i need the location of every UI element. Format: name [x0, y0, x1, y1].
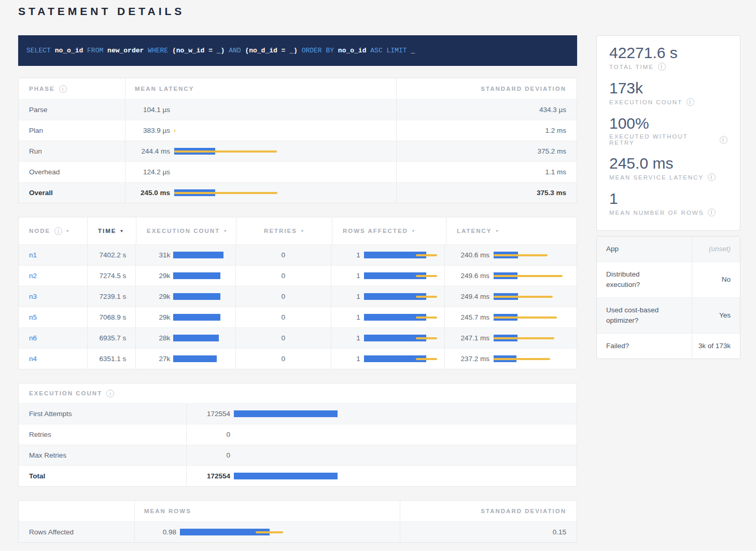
execution-count-row: Max Retries 0 — [19, 445, 577, 465]
exec-count-bar — [173, 272, 230, 279]
summary-stat: 1 MEAN NUMBER OF ROWS i — [609, 190, 727, 216]
node-link[interactable]: n2 — [29, 272, 37, 280]
sql-keyword: LIMIT — [387, 47, 407, 54]
stddev-value: 0.15 — [553, 528, 566, 536]
phase-latency-table: PHASE i MEAN LATENCY STANDARD DEVIATION … — [18, 78, 577, 203]
exec-count-bar — [173, 335, 230, 341]
attribute-value: Yes — [692, 298, 740, 333]
node-exec-count-value: 27k — [146, 355, 170, 363]
sort-caret-icon: ▼ — [119, 229, 123, 233]
rows-affected-table: MEAN ROWS STANDARD DEVIATION Rows Affect… — [18, 500, 577, 543]
info-icon[interactable]: i — [708, 173, 716, 181]
node-link[interactable]: n1 — [29, 251, 37, 259]
stddev-line — [494, 337, 554, 339]
mean-bar — [173, 252, 223, 258]
node-rows-affected-value: 1 — [342, 251, 360, 259]
node-row: n2 7274.5 s 29k 0 1 249.6 ms — [19, 265, 577, 286]
sort-caret-icon: ▼ — [411, 229, 415, 233]
stat-value: 42271.6 s — [609, 44, 727, 62]
stddev-line — [494, 254, 548, 256]
latency-bar — [174, 148, 281, 155]
sql-identifier: no_o_id — [338, 47, 367, 54]
node-statistics-table: NODE i ▼ TIME ▼ EXECUTION COUNT ▼ — [18, 217, 577, 369]
info-icon[interactable]: i — [106, 390, 114, 397]
execution-row-value: 0 — [191, 451, 230, 459]
phase-label: Plan — [29, 127, 43, 134]
info-icon[interactable]: i — [54, 227, 62, 235]
info-icon[interactable]: i — [720, 136, 727, 144]
info-icon[interactable]: i — [658, 63, 666, 71]
node-row: n6 6935.7 s 28k 0 1 247.1 ms — [19, 327, 577, 348]
sql-identifier: no_o_id — [55, 47, 83, 54]
execution-row-label: Retries — [29, 431, 51, 438]
execution-count-table-header: EXECUTION COUNT i — [19, 383, 114, 403]
node-exec-count-value: 29k — [146, 272, 170, 280]
node-rows-affected-value: 1 — [342, 334, 360, 342]
info-icon[interactable]: i — [59, 85, 67, 93]
node-exec-count-value: 29k — [146, 293, 170, 300]
rows-affected-bar — [364, 314, 442, 321]
stat-label: MEAN NUMBER OF ROWS i — [609, 209, 727, 216]
node-link[interactable]: n6 — [29, 334, 37, 342]
mean-bar — [234, 473, 338, 479]
stat-value: 1 — [609, 190, 727, 208]
latency-column-header[interactable]: LATENCY ▼ — [446, 217, 577, 244]
attribute-row: Failed? 3k of 173k — [597, 333, 740, 359]
stat-label: TOTAL TIME i — [609, 63, 727, 71]
sql-keyword: ORDER BY — [302, 47, 334, 54]
stddev-line — [174, 150, 277, 153]
stddev-line — [494, 358, 550, 360]
phase-row: Overall 245.0 ms 375.3 ms — [19, 182, 577, 203]
latency-bar — [494, 293, 577, 300]
sql-identifier: new_order — [107, 47, 144, 54]
node-link[interactable]: n5 — [29, 313, 37, 321]
rows-affected-bar — [364, 355, 442, 362]
rows-affected-bar — [364, 293, 442, 300]
execution-count-row: Total 172554 — [19, 465, 577, 486]
latency-bar — [174, 169, 281, 175]
execution-count-bar — [234, 452, 339, 459]
page-title: STATEMENT DETAILS — [18, 5, 740, 18]
sql-identifier: _ — [411, 47, 415, 54]
execution-row-value: 172554 — [191, 410, 230, 418]
phase-label: Run — [29, 147, 42, 155]
phase-row: Parse 104.1 µs 434.3 µs — [19, 99, 577, 120]
node-link[interactable]: n3 — [29, 293, 37, 300]
node-retries-value: 0 — [281, 313, 285, 321]
node-time-value: 7402.2 s — [99, 251, 126, 259]
info-icon[interactable]: i — [708, 209, 716, 216]
node-column-header[interactable]: NODE i ▼ — [19, 217, 87, 244]
node-link[interactable]: n4 — [29, 355, 37, 363]
node-latency-value: 249.4 ms — [455, 293, 489, 300]
stddev-line — [494, 296, 553, 298]
execution-count-column-header[interactable]: EXECUTION COUNT ▼ — [136, 217, 236, 244]
mean-bar — [173, 335, 219, 341]
attribute-row: Distributed execution? No — [597, 261, 740, 297]
sql-statement-box: SELECT no_o_id FROM new_order WHERE (no_… — [18, 35, 577, 66]
summary-stat: 173k EXECUTION COUNT i — [609, 79, 727, 106]
node-rows-affected-value: 1 — [342, 355, 360, 363]
node-rows-affected-value: 1 — [342, 313, 360, 321]
node-retries-value: 0 — [281, 251, 285, 259]
attribute-label: Failed? — [597, 334, 692, 359]
phase-row: Plan 383.9 µs 1.2 ms — [19, 120, 577, 141]
sql-keyword: ASC — [370, 47, 382, 54]
stddev-line — [416, 316, 437, 319]
stddev-line — [494, 316, 557, 319]
sql-identifier: (no_d_id = _) — [245, 47, 297, 54]
node-retries-value: 0 — [281, 293, 285, 300]
node-latency-value: 240.6 ms — [455, 251, 489, 259]
stat-label: MEAN SERVICE LATENCY i — [609, 173, 727, 181]
execution-count-row: First Attempts 172554 — [19, 403, 577, 424]
node-latency-value: 237.2 ms — [455, 355, 489, 363]
time-column-header[interactable]: TIME ▼ — [87, 217, 136, 244]
rows-affected-column-header[interactable]: ROWS AFFECTED ▼ — [332, 217, 446, 244]
retries-column-header[interactable]: RETRIES ▼ — [236, 217, 332, 244]
execution-count-bar — [234, 431, 339, 438]
node-time-value: 7239.1 s — [99, 293, 126, 300]
latency-bar — [494, 335, 577, 341]
info-icon[interactable]: i — [687, 98, 694, 106]
execution-count-bar — [234, 410, 339, 417]
stddev-line — [416, 254, 437, 256]
mean-latency-value: 124.2 µs — [135, 168, 170, 176]
